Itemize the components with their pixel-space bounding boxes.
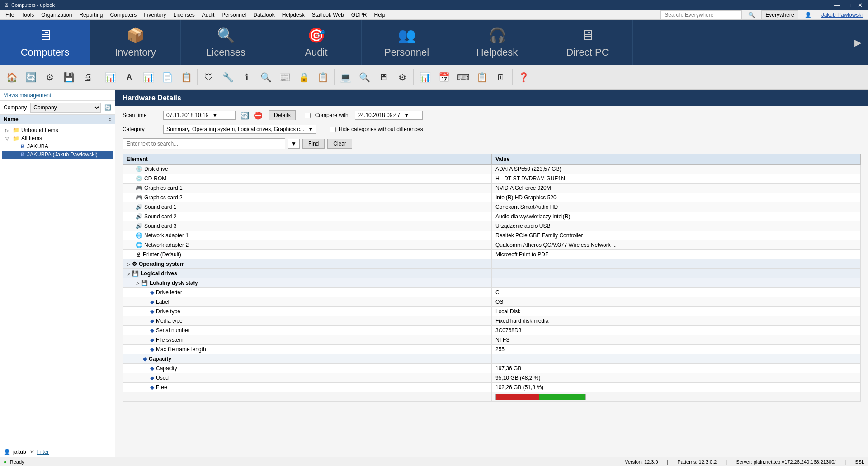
clipboard-button[interactable]: 📋 [177,67,195,87]
scan-stop-icon[interactable]: ⛔ [254,111,263,120]
menu-gdpr[interactable]: GDPR [348,11,371,19]
search2-button[interactable]: 🔍 [257,67,275,87]
menu-licenses[interactable]: Licenses [170,11,198,19]
date-button[interactable]: 🗓 [492,67,510,87]
everywhere-button[interactable]: Everywhere [761,10,798,19]
refresh-company-icon[interactable]: 🔄 [104,104,111,111]
report-button[interactable]: 📊 [416,67,434,87]
menu-tools[interactable]: Tools [18,11,38,19]
compare-with-checkbox[interactable] [305,113,311,118]
extra-cell [847,354,861,364]
menu-computers[interactable]: Computers [106,11,140,19]
titlebar-controls: — □ ✕ [832,2,864,9]
search3-button[interactable]: 🔍 [355,67,373,87]
text-button[interactable]: A [120,67,138,87]
table-row: 🎮Graphics card 2 Intel(R) HD Graphics 52… [123,193,861,202]
element-cell: ▷💾Logical drives [123,269,492,278]
print-button[interactable]: 🖨 [79,67,97,87]
scan-time-dropdown[interactable]: 07.11.2018 10:19 ▼ [163,111,236,120]
news-button[interactable]: 📰 [276,67,294,87]
views-management-link[interactable]: Views management [4,92,51,99]
menu-reporting[interactable]: Reporting [75,11,106,19]
help2-button[interactable]: ❓ [514,67,533,87]
refresh-button[interactable]: 🔄 [22,67,40,87]
home-button[interactable]: 🏠 [3,67,21,87]
tab-personnel-label: Personnel [384,47,429,58]
extra-cell [847,250,861,259]
tree-item-unbound[interactable]: ▷ 📁 Unbound Items [2,126,113,134]
tab-licenses[interactable]: 🔍 Licenses [181,20,271,65]
details-button[interactable]: Details [269,110,296,120]
table-row: ◆Serial number 3C0768D3 [123,326,861,335]
tree-item-jakuba[interactable]: 🖥 JAKUBA [2,142,113,151]
sidebar-filter-label[interactable]: Filter [37,449,49,455]
expand-unbound-icon[interactable]: ▷ [5,128,11,133]
shield-button[interactable]: 🛡 [200,67,218,87]
compare-date-dropdown[interactable]: 24.10.2018 09:47 ▼ [355,111,423,120]
jakubpa-computer-icon: 🖥 [20,151,25,158]
value-cell: Conexant SmartAudio HD [492,202,847,212]
close-button[interactable]: ✕ [856,2,864,9]
tab-inventory[interactable]: 📦 Inventory [90,20,181,65]
search-input[interactable] [660,10,742,19]
scan-time-dropdown-icon: ▼ [212,112,217,118]
table-row: ◆Drive letter C: [123,288,861,297]
search-dropdown-icon[interactable]: ▼ [288,139,300,149]
hide-categories-checkbox[interactable] [330,127,336,132]
scan-refresh-icon[interactable]: 🔄 [240,111,249,120]
extra-cell [847,240,861,250]
settings2-button[interactable]: ⚙ [393,67,411,87]
lock-button[interactable]: 🔒 [295,67,313,87]
tab-computers[interactable]: 🖥 Computers [0,20,90,65]
menu-organization[interactable]: Organization [38,11,75,19]
save-button[interactable]: 💾 [60,67,78,87]
tab-helpdesk[interactable]: 🎧 Helpdesk [452,20,542,65]
filter-x-icon[interactable]: ✕ [30,449,34,455]
table-button[interactable]: 📋 [473,67,491,87]
monitor-button[interactable]: 💻 [336,67,354,87]
menu-audit[interactable]: Audit [198,11,218,19]
menu-help[interactable]: Help [371,11,389,19]
maximize-button[interactable]: □ [845,2,852,9]
element-cell: 💿Disk drive [123,165,492,174]
list-button[interactable]: 📋 [314,67,332,87]
doc-button[interactable]: 📄 [158,67,176,87]
user-name[interactable]: Jakub Pawłowski [818,11,866,19]
menu-file[interactable]: File [2,11,18,19]
desktop-button[interactable]: 🖥 [374,67,392,87]
bar-chart-button[interactable]: 📊 [139,67,157,87]
menu-datalook[interactable]: Datalook [250,11,278,19]
element-cell: ◆File system [123,335,492,345]
tree-item-allitems[interactable]: ▽ 📁 All Items [2,134,113,142]
company-dropdown[interactable]: Company [30,103,101,113]
extra-cell [847,288,861,297]
find-button[interactable]: Find [302,139,325,149]
more-tabs-btn[interactable]: ▶ [848,20,868,65]
menu-statlook-web[interactable]: Statlook Web [308,11,348,19]
calendar-button[interactable]: 📅 [435,67,453,87]
extra-cell [847,373,861,383]
settings-button[interactable]: ⚙ [41,67,59,87]
clear-button[interactable]: Clear [327,139,352,149]
value-column-header: Value [492,154,847,165]
minimize-button[interactable]: — [832,2,841,9]
tab-direct-pc-label: Direct PC [566,47,609,58]
hw-search-input[interactable] [123,138,285,149]
tab-personnel[interactable]: 👥 Personnel [362,20,452,65]
tab-direct-pc[interactable]: 🖥 Direct PC [542,20,633,65]
chart-button[interactable]: 📊 [101,67,119,87]
extra-cell [847,335,861,345]
info-button[interactable]: ℹ [238,67,256,87]
tree-item-jakubpa[interactable]: 🖥 JAKUBPA (Jakub Pawłowski) [2,151,113,159]
server-text: Server: plain.net.tcp://172.26.240.168:2… [736,459,835,465]
menu-personnel[interactable]: Personnel [218,11,250,19]
apps-button[interactable]: 🔧 [219,67,237,87]
expand-allitems-icon[interactable]: ▽ [5,136,11,141]
menu-helpdesk[interactable]: Helpdesk [278,11,308,19]
table-row: ◆Used 95,10 GB (48,2 %) [123,373,861,383]
tab-audit[interactable]: 🎯 Audit [271,20,362,65]
category-dropdown[interactable]: Summary, Operating system, Logical drive… [163,125,316,134]
keyboard-button[interactable]: ⌨ [454,67,472,87]
sort-icon[interactable]: ↕ [108,116,111,122]
menu-inventory[interactable]: Inventory [140,11,170,19]
